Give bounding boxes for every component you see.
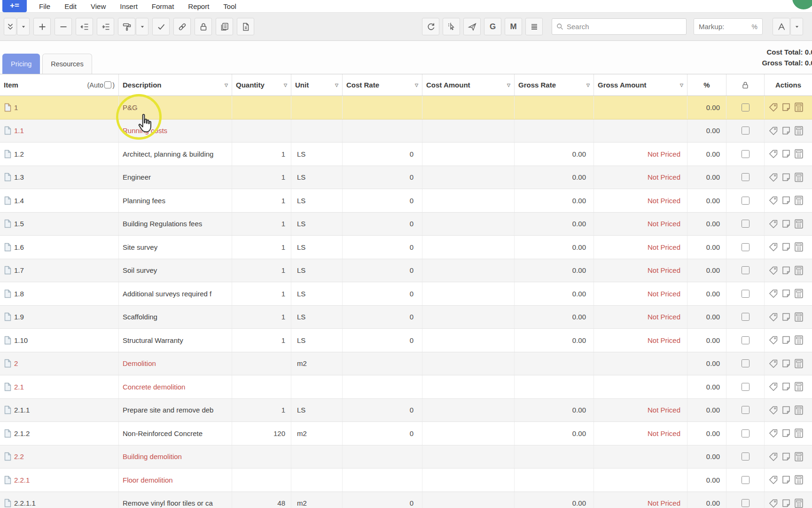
gross-rate-cell[interactable] [515, 119, 594, 143]
lock-cell[interactable] [726, 189, 765, 212]
description-cell[interactable]: Architect, planning & building [119, 143, 232, 166]
table-row[interactable]: 1.7Soil survey1LS00.00Not Priced0.00 [0, 259, 812, 283]
calculator-icon[interactable] [794, 149, 804, 159]
table-row[interactable]: 1.5Building Regulations fees1LS00.00Not … [0, 213, 812, 236]
row-checkbox[interactable] [742, 173, 750, 181]
cost-rate-cell[interactable]: 0 [343, 236, 422, 259]
description-cell[interactable]: Building Regulations fees [119, 213, 232, 236]
gross-amount-cell[interactable]: Not Priced [594, 399, 687, 422]
percent-cell[interactable]: 0.00 [687, 259, 726, 282]
gross-rate-cell[interactable]: 0.00 [515, 143, 594, 166]
lock-cell[interactable] [726, 119, 765, 143]
table-row[interactable]: 1.4Planning fees1LS00.00Not Priced0.00 [0, 189, 812, 213]
gross-amount-cell[interactable]: Not Priced [594, 329, 687, 352]
unit-cell[interactable] [291, 468, 343, 492]
unit-cell[interactable]: LS [291, 143, 343, 166]
tag-icon[interactable] [768, 358, 779, 369]
header-cost-rate[interactable]: Cost Rate [343, 74, 422, 95]
lock-cell[interactable] [726, 306, 765, 329]
note-icon[interactable] [781, 381, 791, 392]
cost-rate-cell[interactable] [343, 352, 422, 375]
quantity-cell[interactable] [232, 352, 291, 375]
unit-cell[interactable] [291, 96, 343, 119]
table-row[interactable]: 1.9Scaffolding1LS00.00Not Priced0.00 [0, 306, 812, 329]
tag-icon[interactable] [768, 288, 779, 299]
gross-rate-cell[interactable]: 0.00 [515, 329, 594, 352]
percent-cell[interactable]: 0.00 [687, 166, 726, 189]
description-cell[interactable]: P&G [119, 96, 232, 119]
description-cell[interactable]: Scaffolding [119, 306, 232, 329]
header-unit[interactable]: Unit [291, 74, 343, 95]
select-tool-button[interactable] [443, 18, 460, 35]
cost-amount-cell[interactable] [422, 468, 515, 492]
quantity-cell[interactable] [232, 468, 291, 492]
description-cell[interactable]: Engineer [119, 166, 232, 189]
header-description[interactable]: Description [119, 74, 232, 95]
format-painter-options-button[interactable] [136, 18, 148, 35]
lock-cell[interactable] [726, 375, 765, 398]
unit-cell[interactable]: LS [291, 166, 343, 189]
quantity-cell[interactable]: 1 [232, 166, 291, 189]
quantity-cell[interactable]: 1 [232, 282, 291, 305]
cost-rate-cell[interactable] [343, 445, 422, 468]
note-icon[interactable] [781, 405, 791, 415]
tag-icon[interactable] [768, 195, 779, 206]
quantity-cell[interactable]: 1 [232, 329, 291, 352]
calculator-icon[interactable] [794, 195, 804, 206]
gross-rate-cell[interactable]: 0.00 [515, 259, 594, 282]
export-options-button[interactable] [790, 18, 803, 35]
table-row[interactable]: 1.6Site survey1LS00.00Not Priced0.00 [0, 236, 812, 259]
quantity-cell[interactable] [232, 375, 291, 398]
row-checkbox[interactable] [742, 429, 750, 437]
calculator-icon[interactable] [794, 219, 804, 229]
percent-cell[interactable]: 0.00 [687, 96, 726, 119]
item-cell[interactable]: 1.2 [0, 143, 119, 166]
g-button[interactable]: G [484, 18, 501, 35]
description-cell[interactable]: Floor demolition [119, 468, 232, 492]
note-icon[interactable] [781, 335, 791, 345]
lock-cell[interactable] [726, 492, 765, 508]
lock-cell[interactable] [726, 468, 765, 492]
gross-rate-cell[interactable]: 0.00 [515, 236, 594, 259]
gross-rate-cell[interactable] [515, 375, 594, 398]
item-cell[interactable]: 1 [0, 96, 119, 119]
unit-cell[interactable]: LS [291, 259, 343, 282]
send-button[interactable] [463, 18, 481, 35]
gross-rate-cell[interactable]: 0.00 [515, 399, 594, 422]
cost-amount-cell[interactable] [422, 143, 515, 166]
percent-cell[interactable]: 0.00 [687, 236, 726, 259]
note-icon[interactable] [781, 219, 791, 229]
percent-cell[interactable]: 0.00 [687, 119, 726, 143]
description-cell[interactable]: Prepare site and remove deb [119, 399, 232, 422]
item-cell[interactable]: 2.1 [0, 375, 119, 398]
tab-resources[interactable]: Resources [42, 54, 92, 74]
percent-cell[interactable]: 0.00 [687, 352, 726, 375]
cost-amount-cell[interactable] [422, 399, 515, 422]
header-gross-rate[interactable]: Gross Rate [515, 74, 594, 95]
gross-amount-cell[interactable]: Not Priced [594, 282, 687, 305]
app-logo[interactable]: += [2, 0, 27, 12]
tag-icon[interactable] [768, 242, 779, 252]
table-row[interactable]: 2Demolitionm20.00 [0, 352, 812, 376]
m-button[interactable]: M [505, 18, 522, 35]
gross-rate-cell[interactable] [515, 445, 594, 468]
tag-icon[interactable] [768, 381, 779, 392]
tag-icon[interactable] [768, 475, 779, 485]
table-row[interactable]: 2.1.2Non-Reinforced Concrete120m200.00No… [0, 422, 812, 445]
quantity-cell[interactable]: 120 [232, 422, 291, 445]
link-button[interactable] [173, 18, 191, 35]
note-icon[interactable] [781, 498, 791, 508]
tag-icon[interactable] [768, 126, 779, 136]
tag-icon[interactable] [768, 102, 779, 112]
note-icon[interactable] [781, 242, 791, 252]
format-painter-button[interactable] [118, 18, 135, 35]
cost-amount-cell[interactable] [422, 422, 515, 445]
quantity-cell[interactable]: 1 [232, 143, 291, 166]
cost-amount-cell[interactable] [422, 213, 515, 236]
lock-cell[interactable] [726, 143, 765, 166]
lock-cell[interactable] [726, 282, 765, 305]
description-cell[interactable]: Non-Reinforced Concrete [119, 422, 232, 445]
cost-rate-cell[interactable]: 0 [343, 143, 422, 166]
table-row[interactable]: 2.2.1.1Remove vinyl floor tiles or ca48m… [0, 492, 812, 508]
percent-cell[interactable]: 0.00 [687, 445, 726, 468]
